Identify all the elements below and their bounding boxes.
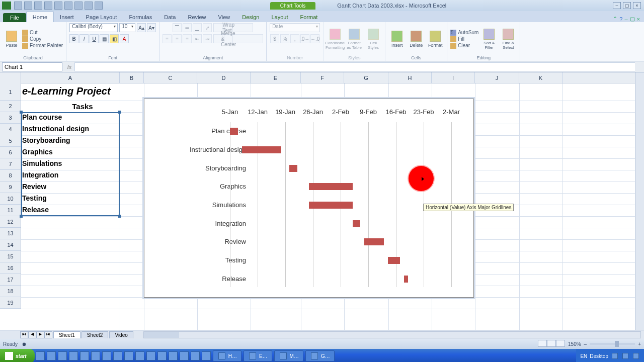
clear-button[interactable]: Clear <box>450 43 478 49</box>
qat-more-icon[interactable] <box>95 2 103 10</box>
number-format-combo[interactable]: Date <box>270 23 320 32</box>
bold-button[interactable]: B <box>69 34 78 43</box>
row-header[interactable]: 10 <box>0 193 21 205</box>
task-cell[interactable]: Simulations <box>22 159 62 167</box>
align-bot-icon[interactable]: ▁ <box>193 23 202 32</box>
quicklaunch-icon[interactable] <box>47 351 56 360</box>
workbook-min-icon[interactable]: – <box>624 16 627 22</box>
font-name-combo[interactable]: Calibri (Body) <box>69 23 118 32</box>
qat-print-icon[interactable] <box>64 2 72 10</box>
copy-button[interactable]: Copy <box>22 36 63 42</box>
ribbon-minimize-icon[interactable]: ⌃ <box>613 16 617 22</box>
tray-desktop[interactable]: Desktop <box>590 353 608 359</box>
quicklaunch-icon[interactable] <box>36 351 45 360</box>
quicklaunch-icon[interactable] <box>69 351 78 360</box>
inc-decimal-icon[interactable]: .0→ <box>300 34 309 43</box>
view-buttons[interactable] <box>538 340 565 348</box>
task-cell[interactable]: Storyboarding <box>22 136 70 144</box>
tab-format[interactable]: Format <box>294 12 324 22</box>
fill-button[interactable]: Fill <box>450 36 478 42</box>
sheet-nav-first-icon[interactable]: ⏮ <box>20 331 28 338</box>
embedded-chart[interactable]: 5-Jan12-Jan19-Jan26-Jan2-Feb9-Feb16-Feb2… <box>144 99 474 298</box>
align-left-icon[interactable]: ≡ <box>163 34 172 43</box>
tab-home[interactable]: Home <box>26 12 54 22</box>
sheet-tab[interactable]: Video <box>109 331 133 338</box>
tray-icon[interactable] <box>633 353 639 359</box>
row-header[interactable]: 4 <box>0 124 21 135</box>
align-top-icon[interactable]: ▔ <box>173 23 182 32</box>
align-mid-icon[interactable]: ═ <box>183 23 192 32</box>
chart-bar[interactable] <box>309 202 352 209</box>
chart-bar[interactable] <box>388 257 400 264</box>
sheet-nav-prev-icon[interactable]: ◀ <box>28 331 36 338</box>
row-header[interactable]: 2 <box>0 101 21 112</box>
taskbar-task[interactable]: E… <box>244 350 272 361</box>
quicklaunch-icon[interactable] <box>180 351 189 360</box>
taskbar-task[interactable]: M… <box>274 350 303 361</box>
font-size-combo[interactable]: 10 <box>119 23 135 32</box>
task-cell[interactable]: Instructional design <box>22 125 89 133</box>
minimize-button[interactable]: – <box>613 2 621 9</box>
find-select-button[interactable]: Find & Select <box>500 26 517 53</box>
column-header[interactable]: K <box>519 72 562 83</box>
format-cells-button[interactable]: Format <box>427 26 444 53</box>
chart-bar[interactable] <box>242 146 282 153</box>
range-handle[interactable] <box>118 215 121 218</box>
zoom-level[interactable]: 150% <box>568 341 581 347</box>
worksheet-grid[interactable]: ABCDEFGHIJK 1234567891011121314151617181… <box>0 72 644 330</box>
tab-page-layout[interactable]: Page Layout <box>80 12 123 22</box>
quicklaunch-icon[interactable] <box>202 351 211 360</box>
row-header[interactable]: 1 <box>0 83 21 101</box>
delete-cells-button[interactable]: Delete <box>408 26 425 53</box>
sheet-tab-active[interactable]: Sheet1 <box>53 331 80 338</box>
font-color-button[interactable]: A <box>120 34 129 43</box>
sort-filter-button[interactable]: Sort & Filter <box>480 26 498 53</box>
vertical-scrollbar[interactable] <box>635 72 644 330</box>
column-header[interactable]: A <box>21 72 120 83</box>
range-handle[interactable] <box>118 111 121 114</box>
row-header[interactable]: 12 <box>0 216 21 228</box>
cut-button[interactable]: Cut <box>22 30 63 36</box>
autosum-button[interactable]: ΣAutoSum <box>450 30 478 36</box>
chart-bar[interactable] <box>404 276 408 283</box>
tab-view[interactable]: View <box>212 12 236 22</box>
task-cell[interactable]: Testing <box>22 194 47 202</box>
zoom-slider[interactable] <box>590 343 635 345</box>
conditional-formatting-button[interactable]: Conditional Formatting <box>327 26 344 53</box>
quicklaunch-icon[interactable] <box>135 351 144 360</box>
percent-icon[interactable]: % <box>280 34 289 43</box>
tray-lang[interactable]: EN <box>580 353 587 359</box>
cell-styles-button[interactable]: Cell Styles <box>365 26 382 53</box>
row-header[interactable]: 5 <box>0 135 21 147</box>
quicklaunch-icon[interactable] <box>124 351 133 360</box>
qat-sort-icon[interactable] <box>85 2 93 10</box>
row-header[interactable]: 15 <box>0 251 21 262</box>
shrink-font-icon[interactable]: A▾ <box>147 23 156 32</box>
column-header[interactable]: C <box>144 72 197 83</box>
align-right-icon[interactable]: ≡ <box>183 34 192 43</box>
row-header[interactable]: 19 <box>0 297 21 309</box>
row-header[interactable]: 6 <box>0 147 21 158</box>
qat-new-icon[interactable] <box>44 2 52 10</box>
macro-record-icon[interactable]: ⏺ <box>22 341 27 347</box>
quicklaunch-icon[interactable] <box>169 351 178 360</box>
row-header[interactable]: 18 <box>0 286 21 297</box>
sheet-nav-next-icon[interactable]: ▶ <box>36 331 44 338</box>
taskbar-task[interactable]: H… <box>213 350 242 361</box>
row-header[interactable]: 8 <box>0 170 21 182</box>
underline-button[interactable]: U <box>90 34 99 43</box>
quicklaunch-icon[interactable] <box>191 351 200 360</box>
chart-bar[interactable] <box>364 238 384 245</box>
column-header[interactable]: H <box>388 72 432 83</box>
align-center-icon[interactable]: ≡ <box>173 34 182 43</box>
tab-design[interactable]: Design <box>236 12 265 22</box>
row-header[interactable]: 13 <box>0 228 21 239</box>
quicklaunch-icon[interactable] <box>102 351 111 360</box>
qat-preview-icon[interactable] <box>74 2 83 10</box>
border-button[interactable]: ▦ <box>100 34 109 43</box>
qat-save-icon[interactable] <box>14 2 22 10</box>
tray-icon[interactable] <box>612 353 618 359</box>
comma-icon[interactable]: , <box>290 34 299 43</box>
zoom-out-icon[interactable]: – <box>584 341 587 347</box>
currency-icon[interactable]: $ <box>270 34 279 43</box>
